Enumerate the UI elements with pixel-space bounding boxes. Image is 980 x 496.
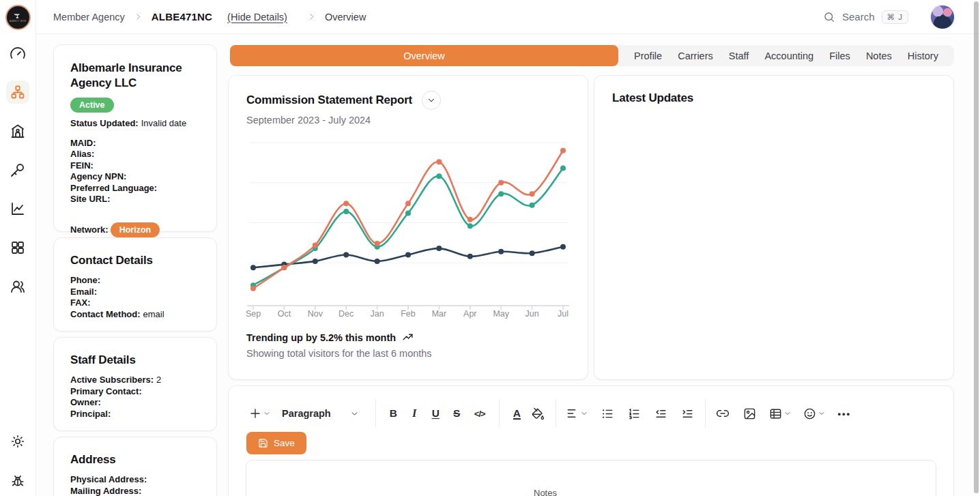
table-button[interactable] xyxy=(766,403,796,424)
search-icon xyxy=(823,11,835,23)
agency-fields: MAID: Alias: FEIN: Agency NPN: Preferred… xyxy=(70,138,200,205)
commission-chart: SepOctNovDecJanFebMarAprMayJunJul xyxy=(246,138,571,318)
text-color-icon: A xyxy=(513,408,521,420)
svg-text:Apr: Apr xyxy=(463,309,476,319)
field-fax: FAX: xyxy=(70,297,200,309)
app-root: AGENCY IRON xyxy=(0,0,980,496)
tab-history[interactable]: History xyxy=(908,50,938,61)
logo-text: AGENCY IRON xyxy=(10,20,26,23)
rail-item-bank[interactable] xyxy=(6,119,29,143)
chart-caption: Showing total visitors for the last 6 mo… xyxy=(246,348,570,359)
field-preferred-language: Preferred Language: xyxy=(70,183,200,194)
chevron-right-icon xyxy=(134,12,143,21)
code-button[interactable]: </> xyxy=(467,403,492,424)
more-button[interactable]: ••• xyxy=(834,403,855,424)
save-icon xyxy=(258,438,268,448)
hide-details-link[interactable]: (Hide Details) xyxy=(227,12,287,23)
gauge-icon xyxy=(10,45,26,61)
emoji-button[interactable] xyxy=(800,403,830,424)
code-icon: </> xyxy=(474,409,485,419)
rail-item-agencies[interactable] xyxy=(6,81,29,104)
tab-notes[interactable]: Notes xyxy=(866,50,892,61)
toolbar-separator xyxy=(375,400,376,427)
paint-bucket-icon xyxy=(532,407,545,420)
italic-button[interactable]: I xyxy=(404,403,425,424)
outdent-button[interactable] xyxy=(650,403,672,424)
breadcrumb-page[interactable]: Overview xyxy=(325,12,366,23)
report-collapse-button[interactable] xyxy=(422,91,441,110)
field-agency-npn: Agency NPN: xyxy=(70,171,200,183)
toolbar-separator xyxy=(499,400,500,427)
theme-toggle[interactable] xyxy=(6,430,29,453)
status-updated-value: Invalid date xyxy=(141,118,187,130)
link-button[interactable] xyxy=(712,403,734,424)
align-button[interactable] xyxy=(563,403,592,424)
status-updated-row: Status Updated: Invalid date xyxy=(70,118,200,130)
align-left-icon xyxy=(566,407,579,420)
tab-files[interactable]: Files xyxy=(829,50,850,61)
highlight-button[interactable] xyxy=(528,403,549,424)
user-avatar[interactable] xyxy=(930,5,955,29)
latest-updates-title: Latest Updates xyxy=(612,91,936,106)
breadcrumb-agency-id[interactable]: ALBE471NC xyxy=(152,11,212,23)
tab-overview[interactable]: Overview xyxy=(230,45,618,66)
field-owner: Owner: xyxy=(70,397,200,409)
rail-item-dashboard[interactable] xyxy=(6,42,29,65)
search-button[interactable]: Search ⌘ J xyxy=(823,10,908,24)
breadcrumb-section[interactable]: Member Agency xyxy=(53,12,125,23)
grid-icon xyxy=(10,239,26,256)
sun-icon xyxy=(10,434,25,449)
block-type-value: Paragraph xyxy=(282,408,331,419)
commission-report-card: Commission Statement Report September 20… xyxy=(228,75,588,380)
rail-item-apps[interactable] xyxy=(6,236,29,259)
field-maid: MAID: xyxy=(70,138,200,149)
save-button[interactable]: Save xyxy=(246,432,306,454)
contact-details-card: Contact Details Phone: Email: FAX: Conta… xyxy=(53,237,217,332)
trend-line: Trending up by 5.2% this month xyxy=(246,332,570,343)
report-bug[interactable] xyxy=(6,470,29,493)
bold-icon: B xyxy=(390,407,397,420)
staff-details-title: Staff Details xyxy=(70,353,200,368)
report-header: Commission Statement Report xyxy=(246,91,570,110)
anvil-icon xyxy=(13,13,23,19)
chevron-down-icon xyxy=(818,409,826,418)
address-card: Address Physical Address: Mailing Addres… xyxy=(53,437,217,496)
underline-button[interactable]: U xyxy=(425,403,446,424)
chevron-down-icon xyxy=(350,409,359,418)
chevron-down-icon xyxy=(263,409,271,418)
search-shortcut: ⌘ J xyxy=(882,10,908,24)
block-type-select[interactable]: Paragraph xyxy=(282,408,359,419)
trending-up-icon xyxy=(402,332,414,343)
tab-profile[interactable]: Profile xyxy=(634,50,662,61)
rail-item-keys[interactable] xyxy=(6,158,29,181)
network-badge[interactable]: Horizon xyxy=(111,222,160,237)
tab-carriers[interactable]: Carriers xyxy=(678,50,713,61)
rail-item-reports[interactable] xyxy=(6,197,29,220)
field-mailing-address: Mailing Address: xyxy=(70,486,200,496)
svg-text:Jul: Jul xyxy=(558,309,568,319)
strikethrough-icon: S xyxy=(453,407,460,420)
indent-button[interactable] xyxy=(677,403,698,424)
chevron-right-icon xyxy=(307,12,316,21)
field-site-url: Site URL: xyxy=(70,194,200,205)
insert-button[interactable] xyxy=(246,403,274,424)
tab-staff[interactable]: Staff xyxy=(729,50,749,61)
rail-item-users[interactable] xyxy=(6,275,29,298)
editor-content[interactable]: Notes xyxy=(246,460,936,496)
app-logo[interactable]: AGENCY IRON xyxy=(5,5,31,30)
ordered-list-button[interactable] xyxy=(624,403,645,424)
more-icon: ••• xyxy=(837,409,851,419)
text-color-button[interactable]: A xyxy=(506,403,528,424)
ordered-list-icon xyxy=(628,407,641,420)
bullet-list-button[interactable] xyxy=(597,403,618,424)
breadcrumb: Member Agency ALBE471NC (Hide Details) O… xyxy=(53,11,366,23)
status-badge: Active xyxy=(70,98,114,113)
bold-button[interactable]: B xyxy=(383,403,404,424)
address-title: Address xyxy=(70,452,200,467)
tab-accounting[interactable]: Accounting xyxy=(764,50,813,61)
chevron-down-icon xyxy=(783,409,792,418)
editor-partial-text: Notes xyxy=(534,488,557,496)
image-button[interactable] xyxy=(739,403,760,424)
strikethrough-button[interactable]: S xyxy=(446,403,467,424)
vertical-scrollbar[interactable] xyxy=(974,1,979,493)
